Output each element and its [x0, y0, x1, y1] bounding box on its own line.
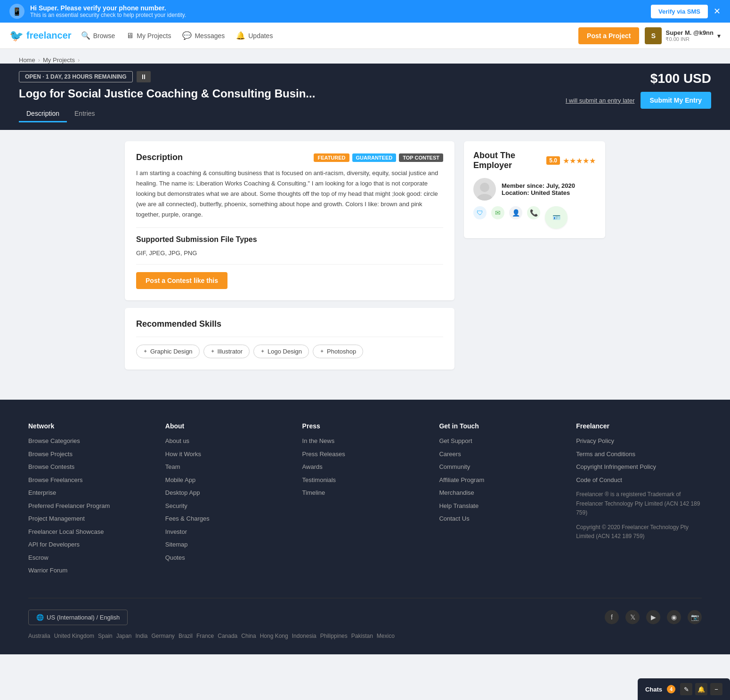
project-header-right: $100 USD I will submit an entry later Su…: [566, 71, 711, 109]
footer-link-mobile-app[interactable]: Mobile App: [165, 475, 291, 485]
youtube-icon[interactable]: ▶: [646, 610, 660, 624]
user-avatar: S: [645, 27, 662, 44]
footer-link-timeline[interactable]: Timeline: [302, 488, 428, 498]
nav-browse[interactable]: 🔍 Browse: [81, 31, 115, 40]
instagram-icon[interactable]: 📷: [688, 610, 702, 624]
facebook-icon[interactable]: f: [605, 610, 619, 624]
country-mexico[interactable]: Mexico: [377, 633, 395, 639]
nav-updates[interactable]: 🔔 Updates: [236, 31, 273, 40]
close-notification-button[interactable]: ✕: [714, 6, 721, 16]
rating-stars: ★★★★★: [563, 156, 596, 165]
skills-title: Recommended Skills: [136, 319, 443, 329]
footer-link-preferred-freelancer[interactable]: Preferred Freelancer Program: [28, 501, 154, 511]
footer-link-privacy[interactable]: Privacy Policy: [576, 436, 702, 446]
post-contest-button[interactable]: Post a Contest like this: [136, 272, 227, 289]
rss-icon[interactable]: ◉: [667, 610, 681, 624]
country-philippines[interactable]: Philippines: [320, 633, 348, 639]
footer-link-terms[interactable]: Terms and Conditions: [576, 450, 702, 459]
header: 🐦 freelancer 🔍 Browse 🖥 My Projects 💬 Me…: [0, 23, 730, 49]
country-pakistan[interactable]: Pakistan: [351, 633, 373, 639]
footer-link-enterprise[interactable]: Enterprise: [28, 488, 154, 498]
footer-link-copyright[interactable]: Copyright Infringement Policy: [576, 462, 702, 472]
country-india[interactable]: India: [135, 633, 147, 639]
post-project-button[interactable]: Post a Project: [578, 27, 639, 44]
breadcrumb-home[interactable]: Home: [19, 56, 35, 64]
footer-link-desktop-app[interactable]: Desktop App: [165, 488, 291, 498]
country-germany[interactable]: Germany: [152, 633, 175, 639]
footer-about-title: About: [165, 422, 291, 430]
footer-link-awards[interactable]: Awards: [302, 462, 428, 472]
submit-entry-button[interactable]: Submit My Entry: [641, 92, 711, 109]
footer-link-project-management[interactable]: Project Management: [28, 514, 154, 523]
country-china[interactable]: China: [241, 633, 256, 639]
skill-photoshop[interactable]: ✦ Photoshop: [313, 345, 363, 358]
country-spain[interactable]: Spain: [98, 633, 113, 639]
footer-link-api[interactable]: API for Developers: [28, 540, 154, 549]
footer-link-sitemap[interactable]: Sitemap: [165, 540, 291, 549]
user-menu[interactable]: S Super M. @k9nn ₹0.00 INR ▾: [645, 27, 721, 44]
pause-button[interactable]: ⏸: [137, 71, 151, 82]
footer-link-in-the-news[interactable]: In the News: [302, 436, 428, 446]
footer-link-browse-categories[interactable]: Browse Categories: [28, 436, 154, 446]
main-content: Description FEATURED GUARANTEED TOP CONT…: [106, 130, 624, 381]
description-card: Description FEATURED GUARANTEED TOP CONT…: [125, 141, 454, 300]
footer-link-get-support[interactable]: Get Support: [439, 436, 565, 446]
footer-network-title: Network: [28, 422, 154, 430]
footer-link-escrow[interactable]: Escrow: [28, 553, 154, 563]
twitter-icon[interactable]: 𝕏: [625, 610, 640, 624]
monitor-icon: 🖥: [126, 32, 134, 40]
employer-location: Location: United States: [502, 189, 575, 196]
skill-graphic-design[interactable]: ✦ Graphic Design: [136, 345, 200, 358]
footer-link-help-translate[interactable]: Help Translate: [439, 501, 565, 511]
notification-right: Verify via SMS ✕: [651, 5, 721, 18]
footer-link-about-us[interactable]: About us: [165, 436, 291, 446]
footer-link-local-showcase[interactable]: Freelancer Local Showcase: [28, 527, 154, 537]
footer-link-how-it-works[interactable]: How it Works: [165, 450, 291, 459]
footer-link-warrior-forum[interactable]: Warrior Forum: [28, 566, 154, 575]
logo[interactable]: 🐦 freelancer: [9, 29, 72, 42]
submit-later-link[interactable]: I will submit an entry later: [566, 97, 635, 104]
footer-link-browse-freelancers[interactable]: Browse Freelancers: [28, 475, 154, 485]
badge-featured: FEATURED: [314, 153, 349, 162]
footer-link-quotes[interactable]: Quotes: [165, 553, 291, 563]
footer-link-investor[interactable]: Investor: [165, 527, 291, 537]
footer-link-browse-contests[interactable]: Browse Contests: [28, 462, 154, 472]
footer-link-careers[interactable]: Careers: [439, 450, 565, 459]
country-australia[interactable]: Australia: [28, 633, 50, 639]
skill-logo-design[interactable]: ✦ Logo Design: [253, 345, 309, 358]
footer-link-fees[interactable]: Fees & Charges: [165, 514, 291, 523]
footer-link-affiliate[interactable]: Affiliate Program: [439, 475, 565, 485]
footer-press: Press In the News Press Releases Awards …: [302, 422, 428, 579]
footer-link-testimonials[interactable]: Testimonials: [302, 475, 428, 485]
country-hong-kong[interactable]: Hong Kong: [260, 633, 288, 639]
employer-card: About The Employer 5.0 ★★★★★: [464, 141, 605, 238]
nav-messages[interactable]: 💬 Messages: [182, 31, 225, 40]
nav-my-projects[interactable]: 🖥 My Projects: [126, 32, 171, 40]
footer-link-team[interactable]: Team: [165, 462, 291, 472]
verify-sms-button[interactable]: Verify via SMS: [651, 5, 708, 18]
submission-types-title: Supported Submission File Types: [136, 235, 443, 244]
footer-link-community[interactable]: Community: [439, 462, 565, 472]
locale-button[interactable]: 🌐 US (International) / English: [28, 610, 128, 625]
notification-title: Hi Super. Please verify your phone numbe…: [30, 4, 186, 12]
skill-illustrator[interactable]: ✦ Illustrator: [203, 345, 250, 358]
footer-link-code-of-conduct[interactable]: Code of Conduct: [576, 475, 702, 485]
footer-link-press-releases[interactable]: Press Releases: [302, 450, 428, 459]
footer-link-browse-projects[interactable]: Browse Projects: [28, 450, 154, 459]
country-brazil[interactable]: Brazil: [178, 633, 193, 639]
country-indonesia[interactable]: Indonesia: [292, 633, 316, 639]
footer-link-contact-us[interactable]: Contact Us: [439, 514, 565, 523]
badge-guaranteed: GUARANTEED: [352, 153, 397, 162]
country-japan[interactable]: Japan: [116, 633, 132, 639]
tab-description[interactable]: Description: [19, 106, 67, 122]
project-status-bar: OPEN · 1 DAY, 23 HOURS REMAINING ⏸: [19, 71, 315, 82]
footer-link-merchandise[interactable]: Merchandise: [439, 488, 565, 498]
employer-avatar: [473, 178, 496, 201]
footer-link-security[interactable]: Security: [165, 501, 291, 511]
country-canada[interactable]: Canada: [218, 633, 237, 639]
tab-entries[interactable]: Entries: [67, 106, 103, 122]
country-france[interactable]: France: [196, 633, 214, 639]
skills-list: ✦ Graphic Design ✦ Illustrator ✦ Logo De…: [136, 345, 443, 358]
breadcrumb-my-projects[interactable]: My Projects: [43, 56, 75, 64]
country-uk[interactable]: United Kingdom: [54, 633, 94, 639]
